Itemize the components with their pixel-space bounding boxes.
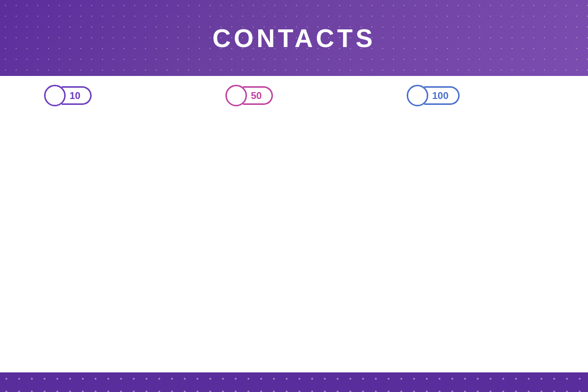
monthly-counter-circle [225,85,247,106]
monthly-counter-value: 50 [251,90,262,101]
monthly-card-label: Monthly [220,120,368,131]
monthly-column: 50 Monthly [211,96,377,341]
semester-card-label: Semester [401,120,550,131]
weekly-card-label: Weekly Contact [38,120,187,131]
semester-card-body: Semester [392,96,559,341]
weekly-card-inner [38,139,187,325]
semester-counter-pill: 100 [424,86,460,105]
semester-counter-circle [407,85,428,106]
monthly-counter-pill: 50 [243,86,273,105]
semester-card-inner [401,139,550,325]
weekly-counter-pill: 10 [62,86,92,105]
page-footer [0,372,588,392]
weekly-card-body: Weekly Contact [29,96,196,341]
weekly-counter-value: 10 [70,90,80,101]
monthly-card-body: Monthly [211,96,377,341]
semester-counter-value: 100 [432,90,448,101]
main-content: 10 Weekly Contact 50 Monthly 100 [0,76,588,372]
monthly-card-inner [220,139,368,325]
monthly-counter-badge: 50 [225,85,273,106]
footer-dot-pattern [0,372,588,392]
semester-column: 100 Semester [392,96,559,341]
page-header: CONTACTS [0,0,588,76]
weekly-counter-badge: 10 [44,85,92,106]
weekly-contact-column: 10 Weekly Contact [29,96,196,341]
semester-counter-badge: 100 [407,85,460,106]
page-title: CONTACTS [212,24,375,53]
weekly-counter-circle [44,85,66,106]
